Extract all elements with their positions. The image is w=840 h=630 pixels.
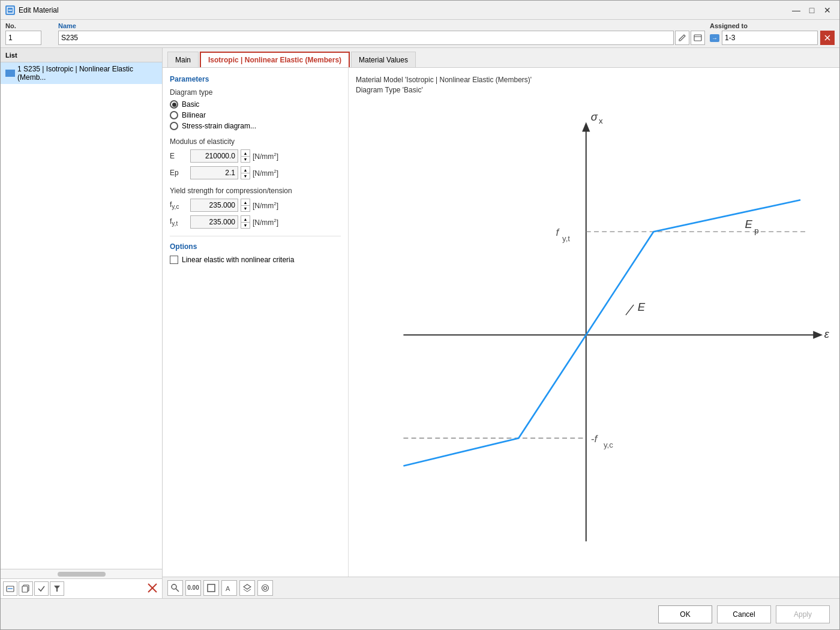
E-spin-down[interactable]: ▼ [241,156,250,163]
E-unit: [N/mm2] [253,152,278,161]
tab-material-values[interactable]: Material Values [351,52,416,67]
assigned-input-row: → [710,31,835,45]
title-bar-buttons: — □ ✕ [789,4,835,16]
sidebar-header: List [1,48,162,62]
fyc-field-row: fy,c ▲ ▼ [N/mm2] [170,199,341,212]
app-icon [5,5,15,15]
no-field: No. [5,22,53,45]
radio-bilinear[interactable]: Bilinear [170,111,341,119]
chart-desc-line1: Material Model 'Isotropic | Nonlinear El… [356,76,532,84]
Ep-input[interactable] [190,166,238,179]
value-button[interactable]: 0.00 [185,580,201,596]
title-bar: Edit Material — □ ✕ [1,1,839,20]
sidebar: List 1 S235 | Isotropic | Nonlinear Elas… [1,48,163,598]
sidebar-list: 1 S235 | Isotropic | Nonlinear Elastic (… [1,62,162,569]
E-input[interactable] [190,149,238,163]
main-content: List 1 S235 | Isotropic | Nonlinear Elas… [1,48,839,598]
dialog-footer: OK Cancel Apply [1,598,839,629]
svg-text:ε: ε [824,328,830,340]
E-spin-up[interactable]: ▲ [241,149,250,156]
no-label: No. [5,22,53,29]
sidebar-scrollbar[interactable] [58,572,106,577]
sidebar-item[interactable]: 1 S235 | Isotropic | Nonlinear Elastic (… [1,62,162,84]
radio-basic[interactable]: Basic [170,100,341,109]
sidebar-scrollbar-area [1,569,162,578]
checkbox-box [170,256,178,264]
apply-button[interactable]: Apply [776,605,830,623]
name-input-row [58,31,705,45]
svg-text:E: E [745,217,752,230]
maximize-button[interactable]: □ [805,4,819,16]
settings-button[interactable] [257,580,273,596]
assigned-label: Assigned to [710,22,835,29]
info-button[interactable] [691,31,705,45]
svg-text:E: E [638,301,646,313]
close-button[interactable]: ✕ [820,4,835,16]
svg-text:x: x [599,116,603,125]
radio-basic-label: Basic [182,100,199,109]
radio-stress-strain[interactable]: Stress-strain diagram... [170,122,341,130]
svg-marker-35 [244,584,251,589]
modulus-label: Modulus of elasticity [170,137,341,146]
E-label: E [170,152,188,160]
sidebar-item-label: 1 S235 | Isotropic | Nonlinear Elastic (… [17,65,157,82]
filter-button[interactable] [50,581,64,596]
name-label: Name [58,22,705,29]
assigned-input[interactable] [722,31,818,45]
svg-rect-33 [208,584,215,592]
sidebar-footer [1,578,162,598]
layers-button[interactable] [239,580,255,596]
Ep-spin-down[interactable]: ▼ [241,173,250,179]
check-button[interactable] [34,581,49,596]
svg-text:y,t: y,t [562,234,570,243]
radio-stress-strain-circle [170,122,178,130]
fyt-spin-down[interactable]: ▼ [241,222,250,229]
copy-material-button[interactable] [19,581,33,596]
fyc-input[interactable] [190,199,238,212]
assigned-clear-button[interactable] [820,31,835,45]
fyc-spin-down[interactable]: ▼ [241,205,250,212]
cancel-button[interactable]: Cancel [717,605,771,623]
Ep-unit: [N/mm2] [253,169,278,178]
linear-elastic-label: Linear elastic with nonlinear criteria [182,256,294,264]
minimize-button[interactable]: — [789,4,803,16]
yield-group: Yield strength for compression/tension f… [170,187,341,229]
edit-material-window: Edit Material — □ ✕ No. Name As [0,0,840,630]
fyt-input[interactable] [190,215,238,229]
box-select-button[interactable] [203,580,219,596]
Ep-spin-up[interactable]: ▲ [241,166,250,173]
edit-name-button[interactable] [675,31,689,45]
tab-main[interactable]: Main [167,52,199,67]
svg-point-38 [264,586,267,589]
fyc-spin-up[interactable]: ▲ [241,199,250,205]
svg-marker-15 [582,122,590,131]
delete-material-button[interactable] [145,581,160,596]
fyt-spinners: ▲ ▼ [241,215,250,229]
window-title: Edit Material [19,6,789,14]
svg-rect-9 [22,586,28,592]
add-material-button[interactable] [3,581,17,596]
tag-button[interactable]: A [221,580,237,596]
name-input[interactable] [58,31,674,45]
material-icon [5,70,15,77]
fyc-unit: [N/mm2] [253,201,278,210]
fyc-label: fy,c [170,200,188,210]
svg-marker-16 [813,331,823,338]
fyt-spin-up[interactable]: ▲ [241,215,250,222]
radio-basic-circle [170,100,178,109]
stress-strain-chart: σ x ε x [356,100,832,569]
linear-elastic-checkbox[interactable]: Linear elastic with nonlinear criteria [170,256,341,264]
tab-isotropic[interactable]: Isotropic | Nonlinear Elastic (Members) [200,52,350,67]
chart-panel: Material Model 'Isotropic | Nonlinear El… [349,68,839,577]
bottom-toolbar: 0.00 A [163,577,839,598]
header-row: No. Name Assigned to → [1,20,839,48]
search-button[interactable] [167,580,183,596]
E-field-row: E ▲ ▼ [N/mm2] [170,149,341,163]
no-input[interactable] [5,31,41,45]
tabs-row: Main Isotropic | Nonlinear Elastic (Memb… [163,48,839,68]
svg-point-39 [262,584,269,591]
ok-button[interactable]: OK [658,605,712,623]
chart-description: Material Model 'Isotropic | Nonlinear El… [356,75,832,95]
svg-text:p: p [754,226,758,235]
svg-text:f: f [556,226,560,238]
